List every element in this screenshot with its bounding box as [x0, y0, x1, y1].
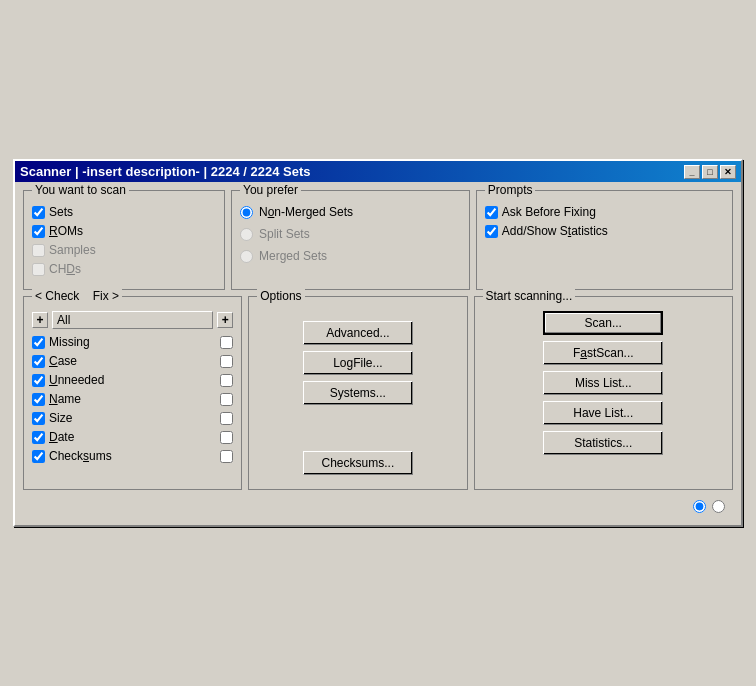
samples-label: Samples: [49, 243, 96, 257]
maximize-button[interactable]: □: [702, 165, 718, 179]
add-show-label: Add/Show Statistics: [502, 224, 608, 238]
options-buttons: Advanced... LogFile... Systems... Checks…: [257, 311, 458, 481]
checksums-row: Checksums: [32, 449, 233, 463]
chds-checkbox[interactable]: [32, 263, 45, 276]
start-group-label: Start scanning...: [483, 289, 576, 303]
roms-label: ROMs: [49, 224, 83, 238]
prompts-group-label: Prompts: [485, 183, 536, 197]
roms-checkbox[interactable]: [32, 225, 45, 238]
close-button[interactable]: ✕: [720, 165, 736, 179]
name-label: Name: [49, 392, 81, 406]
check-group-label: < Check Fix >: [32, 289, 122, 303]
unneeded-row: Unneeded: [32, 373, 233, 387]
sets-row: Sets: [32, 205, 216, 219]
add-show-row: Add/Show Statistics: [485, 224, 724, 238]
fastscan-button[interactable]: FastScan...: [543, 341, 663, 365]
bottom-radio-1[interactable]: [693, 500, 706, 513]
fix-plus-button[interactable]: +: [217, 312, 233, 328]
start-group: Start scanning... Scan... FastScan... Mi…: [474, 296, 734, 490]
roms-row: ROMs: [32, 224, 216, 238]
systems-button[interactable]: Systems...: [303, 381, 413, 405]
main-window: Scanner | -insert description- | 2224 / …: [13, 159, 743, 527]
ask-before-label: Ask Before Fixing: [502, 205, 596, 219]
chds-row: CHDs: [32, 262, 216, 276]
have-list-button[interactable]: Have List...: [543, 401, 663, 425]
size-label: Size: [49, 411, 72, 425]
nonmerged-row: Non-Merged Sets: [240, 205, 461, 219]
date-check-checkbox[interactable]: [32, 431, 45, 444]
miss-list-button[interactable]: Miss List...: [543, 371, 663, 395]
scan-button[interactable]: Scan...: [543, 311, 663, 335]
name-row: Name: [32, 392, 233, 406]
scan-group-label: You want to scan: [32, 183, 129, 197]
samples-row: Samples: [32, 243, 216, 257]
split-row: Split Sets: [240, 227, 461, 241]
prefer-group-label: You prefer: [240, 183, 301, 197]
nonmerged-label: Non-Merged Sets: [259, 205, 353, 219]
all-label: All: [57, 313, 70, 327]
options-checksums-button[interactable]: Checksums...: [303, 451, 413, 475]
statistics-button[interactable]: Statistics...: [543, 431, 663, 455]
size-check-checkbox[interactable]: [32, 412, 45, 425]
case-check-checkbox[interactable]: [32, 355, 45, 368]
ask-before-row: Ask Before Fixing: [485, 205, 724, 219]
sets-checkbox[interactable]: [32, 206, 45, 219]
checksums-fix-checkbox[interactable]: [220, 450, 233, 463]
prompts-group: Prompts Ask Before Fixing Add/Show Stati…: [476, 190, 733, 290]
merged-label: Merged Sets: [259, 249, 327, 263]
logfile-button[interactable]: LogFile...: [303, 351, 413, 375]
case-fix-checkbox[interactable]: [220, 355, 233, 368]
merged-radio[interactable]: [240, 250, 253, 263]
sets-label: Sets: [49, 205, 73, 219]
bottom-bar: [23, 496, 733, 517]
date-fix-checkbox[interactable]: [220, 431, 233, 444]
window-title: Scanner | -insert description- | 2224 / …: [20, 164, 311, 179]
bottom-row: < Check Fix > + All + Missing: [23, 296, 733, 490]
missing-fix-checkbox[interactable]: [220, 336, 233, 349]
minimize-button[interactable]: _: [684, 165, 700, 179]
samples-checkbox[interactable]: [32, 244, 45, 257]
split-radio[interactable]: [240, 228, 253, 241]
scan-group: You want to scan Sets ROMs Samples CHDs: [23, 190, 225, 290]
start-buttons: Scan... FastScan... Miss List... Have Li…: [483, 311, 725, 461]
check-plus-button[interactable]: +: [32, 312, 48, 328]
case-row: Case: [32, 354, 233, 368]
ask-before-checkbox[interactable]: [485, 206, 498, 219]
title-bar-buttons: _ □ ✕: [684, 165, 736, 179]
split-label: Split Sets: [259, 227, 310, 241]
unneeded-fix-checkbox[interactable]: [220, 374, 233, 387]
bottom-radio-2[interactable]: [712, 500, 725, 513]
check-group: < Check Fix > + All + Missing: [23, 296, 242, 490]
prefer-group: You prefer Non-Merged Sets Split Sets Me…: [231, 190, 470, 290]
case-label: Case: [49, 354, 77, 368]
unneeded-check-checkbox[interactable]: [32, 374, 45, 387]
missing-row: Missing: [32, 335, 233, 349]
unneeded-label: Unneeded: [49, 373, 104, 387]
merged-row: Merged Sets: [240, 249, 461, 263]
nonmerged-radio[interactable]: [240, 206, 253, 219]
window-content: You want to scan Sets ROMs Samples CHDs: [15, 182, 741, 525]
size-fix-checkbox[interactable]: [220, 412, 233, 425]
options-group-label: Options: [257, 289, 304, 303]
name-fix-checkbox[interactable]: [220, 393, 233, 406]
date-label: Date: [49, 430, 74, 444]
checksums-check-checkbox[interactable]: [32, 450, 45, 463]
missing-check-checkbox[interactable]: [32, 336, 45, 349]
size-row: Size: [32, 411, 233, 425]
options-group: Options Advanced... LogFile... Systems..…: [248, 296, 467, 490]
advanced-button[interactable]: Advanced...: [303, 321, 413, 345]
all-bar: All: [52, 311, 213, 329]
top-row: You want to scan Sets ROMs Samples CHDs: [23, 190, 733, 290]
date-row: Date: [32, 430, 233, 444]
title-bar: Scanner | -insert description- | 2224 / …: [15, 161, 741, 182]
missing-label: Missing: [49, 335, 90, 349]
name-check-checkbox[interactable]: [32, 393, 45, 406]
add-show-checkbox[interactable]: [485, 225, 498, 238]
chds-label: CHDs: [49, 262, 81, 276]
checksums-label: Checksums: [49, 449, 112, 463]
